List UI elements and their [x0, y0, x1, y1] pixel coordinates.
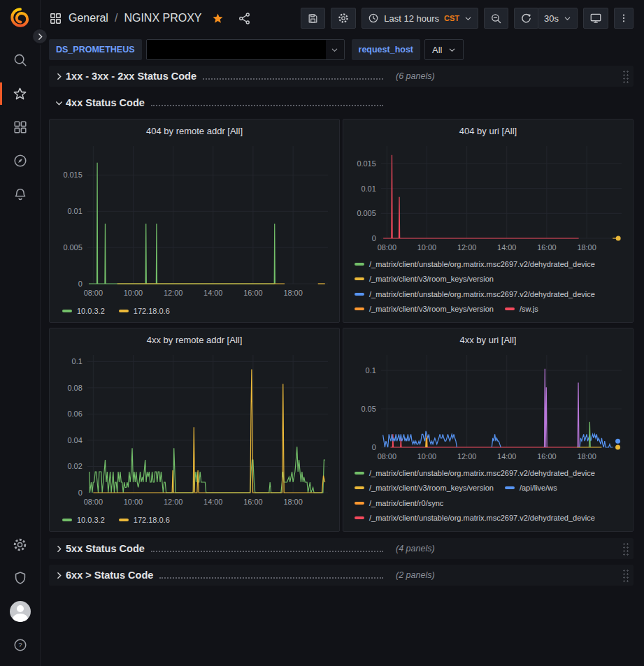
- legend-item[interactable]: 172.18.0.6: [119, 512, 170, 528]
- compass-icon: [13, 153, 28, 168]
- breadcrumb-separator: /: [115, 12, 117, 24]
- sidebar-bottom: ?: [0, 528, 40, 666]
- variable-label: request_host: [352, 39, 421, 60]
- legend-label: /_matrix/client/v3/room_keys/version: [369, 275, 494, 283]
- grafana-logo[interactable]: [10, 7, 31, 28]
- breadcrumb: General / NGINX PROXY: [49, 12, 251, 25]
- svg-text:08:00: 08:00: [378, 452, 396, 461]
- timezone-label: CST: [444, 14, 459, 22]
- svg-text:0.005: 0.005: [357, 209, 375, 217]
- svg-text:0: 0: [78, 488, 83, 497]
- gear-icon: [337, 12, 350, 24]
- zoom-out-button[interactable]: [484, 8, 508, 29]
- legend-label: /_matrix/client/unstable/org.matrix.msc2…: [369, 290, 595, 298]
- legend-item[interactable]: /_matrix/client/unstable/org.matrix.msc2…: [355, 511, 595, 526]
- sidebar-item-help[interactable]: ?: [0, 628, 40, 662]
- row-drag-handle[interactable]: [622, 542, 629, 556]
- breadcrumb-section[interactable]: General: [69, 12, 108, 24]
- row-header-6xx[interactable]: 6xx > Status Code (2 panels): [49, 565, 634, 586]
- dashboard-header: General / NGINX PROXY Last 12 hours CST: [49, 0, 634, 36]
- sidebar-item-dashboards[interactable]: [0, 110, 40, 144]
- legend-label: /_matrix/client/unstable/org.matrix.msc2…: [369, 469, 595, 477]
- chart-legend: /_matrix/client/unstable/org.matrix.msc2…: [349, 256, 627, 317]
- sidebar-item-configuration[interactable]: [0, 528, 40, 561]
- refresh-icon: [520, 13, 532, 24]
- request-host-select[interactable]: All: [424, 39, 464, 60]
- refresh-interval-select[interactable]: 30s: [538, 8, 578, 29]
- kebab-menu-icon: [618, 12, 629, 24]
- tv-mode-button[interactable]: [583, 8, 608, 29]
- row-header-1xx-3xx-2xx[interactable]: 1xx - 3xx - 2xx Status Code (6 panels): [49, 66, 634, 87]
- request-host-value: All: [432, 45, 442, 55]
- legend-label: /_matrix/client/v3/room_keys/version: [369, 484, 494, 492]
- time-range-picker[interactable]: Last 12 hours CST: [362, 8, 478, 29]
- row-header-4xx[interactable]: 4xx Status Code: [49, 92, 634, 113]
- panel-404-by-remote-addr: 404 by remote addr [All] 08:0010:0012:00…: [49, 119, 340, 323]
- legend-item[interactable]: /_matrix/client/unstable/org.matrix.msc2…: [355, 465, 595, 481]
- sidebar-item-explore[interactable]: [0, 144, 40, 178]
- legend-item[interactable]: /sw.js: [505, 302, 538, 317]
- svg-text:16:00: 16:00: [243, 289, 262, 297]
- legend-swatch: [355, 502, 364, 505]
- legend-swatch: [505, 486, 515, 489]
- panel-title[interactable]: 404 by uri [All]: [349, 123, 627, 140]
- legend-item[interactable]: 172.18.0.6: [119, 303, 170, 319]
- sidebar-item-starred[interactable]: [0, 77, 40, 110]
- row-drag-handle[interactable]: [622, 70, 629, 83]
- legend-item[interactable]: 10.0.3.2: [62, 303, 105, 319]
- more-options-button[interactable]: [614, 8, 634, 29]
- legend-swatch: [355, 486, 364, 489]
- svg-text:0.1: 0.1: [366, 366, 376, 375]
- legend-swatch: [355, 307, 364, 310]
- svg-text:08:00: 08:00: [84, 289, 103, 297]
- sidebar-item-alerting[interactable]: [0, 178, 40, 211]
- legend-label: 10.0.3.2: [77, 516, 105, 524]
- chart-legend: /_matrix/client/unstable/org.matrix.msc2…: [349, 465, 627, 526]
- panel-title[interactable]: 404 by remote addr [All]: [55, 123, 334, 140]
- legend-item[interactable]: /_matrix/client/v3/room_keys/version: [355, 481, 494, 496]
- legend-item[interactable]: /_matrix/client/v3/room_keys/version: [355, 302, 494, 317]
- chart-canvas[interactable]: 08:0010:0012:0014:0016:0018:0000.0050.01…: [349, 140, 627, 256]
- legend-label: 172.18.0.6: [134, 516, 170, 524]
- apps-grid-icon: [49, 12, 62, 25]
- legend-item[interactable]: 10.0.3.2: [62, 512, 105, 528]
- chart-canvas[interactable]: 08:0010:0012:0014:0016:0018:0000.0050.01…: [55, 140, 334, 302]
- svg-text:0.1: 0.1: [72, 357, 83, 365]
- share-icon[interactable]: [238, 12, 251, 25]
- row-title: 6xx > Status Code: [66, 570, 153, 581]
- legend-swatch: [355, 293, 364, 296]
- chart-canvas[interactable]: 08:0010:0012:0014:0016:0018:0000.020.040…: [55, 349, 334, 511]
- datasource-select[interactable]: [146, 39, 345, 60]
- favorite-star-icon[interactable]: [211, 12, 224, 25]
- dashboard-settings-button[interactable]: [331, 8, 356, 29]
- refresh-button[interactable]: [514, 8, 538, 29]
- sidebar-item-server-admin[interactable]: [0, 561, 40, 595]
- row-title: 1xx - 3xx - 2xx Status Code: [66, 71, 196, 82]
- svg-text:0.06: 0.06: [67, 410, 82, 418]
- chart-canvas[interactable]: 08:0010:0012:0014:0016:0018:0000.050.1: [349, 349, 627, 465]
- legend-item[interactable]: /_matrix/client/unstable/org.matrix.msc2…: [355, 287, 595, 302]
- variable-label: DS_PROMETHEUS: [49, 39, 142, 60]
- avatar: [10, 601, 31, 622]
- time-range-label: Last 12 hours: [384, 13, 439, 24]
- legend-item[interactable]: /_matrix/client/unstable/org.matrix.msc2…: [355, 256, 595, 272]
- row-drag-handle[interactable]: [622, 569, 629, 582]
- svg-text:16:00: 16:00: [243, 498, 262, 506]
- legend-item[interactable]: /_matrix/client/v3/room_keys/version: [355, 272, 494, 287]
- svg-text:12:00: 12:00: [457, 452, 476, 461]
- page-title[interactable]: NGINX PROXY: [124, 12, 201, 24]
- legend-item[interactable]: /_matrix/client/r0/sync: [355, 495, 443, 511]
- sidebar-item-search[interactable]: [0, 43, 40, 77]
- svg-text:0.01: 0.01: [67, 207, 82, 215]
- row-header-5xx[interactable]: 5xx Status Code (4 panels): [49, 538, 634, 559]
- grafana-app: ? General / NGINX PROXY: [0, 0, 644, 666]
- save-dashboard-button[interactable]: [301, 8, 325, 29]
- panel-title[interactable]: 4xx by remote addr [All]: [55, 332, 334, 349]
- sidebar-item-profile[interactable]: [0, 595, 40, 628]
- chevron-right-icon: [36, 32, 45, 41]
- sidebar-expand-button[interactable]: [31, 28, 48, 45]
- panel-title[interactable]: 4xx by uri [All]: [349, 332, 627, 349]
- legend-item[interactable]: /api/live/ws: [505, 481, 557, 496]
- svg-text:0.05: 0.05: [361, 405, 375, 413]
- svg-text:0: 0: [372, 234, 376, 242]
